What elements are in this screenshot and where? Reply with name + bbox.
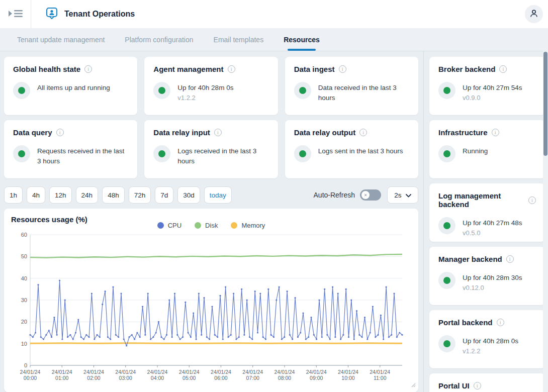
info-icon[interactable]: i — [499, 65, 507, 73]
svg-text:24/01/24: 24/01/24 — [338, 369, 358, 375]
status-dot-green — [443, 340, 450, 347]
time-range-30d[interactable]: 30d — [177, 186, 200, 204]
version-text: v0.9.0 — [463, 94, 522, 102]
svg-text:24/01/24: 24/01/24 — [242, 369, 263, 375]
legend-label: CPU — [168, 222, 181, 229]
card-title: Infrastructure — [438, 128, 488, 137]
status-indicator — [13, 145, 30, 162]
status-indicator — [13, 82, 30, 99]
status-dot-green — [158, 150, 165, 157]
status-card: Data ingest i Data received in the last … — [285, 57, 418, 115]
legend-item[interactable]: Memory — [231, 222, 265, 229]
card-title: Broker backend — [438, 65, 495, 73]
info-icon[interactable]: i — [359, 129, 367, 136]
svg-text:00:00: 00:00 — [24, 375, 37, 381]
status-dot-green — [299, 150, 306, 157]
time-range-12h[interactable]: 12h — [49, 186, 72, 204]
status-card: Agent management i Up for 40h 28m 0s v1.… — [144, 57, 278, 115]
chart-controls-row: 1h4h12h24h48h72h7d30dtoday Auto-Refresh … — [4, 186, 418, 204]
status-card: Global health state i All items up and r… — [4, 57, 137, 115]
status-text: Requests received in the last 3 hours — [37, 145, 128, 166]
time-range-7d[interactable]: 7d — [155, 186, 173, 204]
info-icon[interactable]: i — [84, 65, 92, 73]
resize-handle-icon[interactable] — [411, 380, 416, 389]
tab-tenant-update-management[interactable]: Tenant update management — [7, 28, 115, 51]
info-icon[interactable]: i — [56, 129, 64, 136]
chevron-down-icon — [406, 191, 411, 199]
info-icon[interactable]: i — [228, 65, 235, 73]
svg-text:50: 50 — [21, 253, 27, 259]
status-text: Up for 40h 28m 0s — [177, 82, 233, 93]
info-icon[interactable]: i — [497, 319, 504, 326]
app-header: Tenant Operations — [0, 0, 548, 28]
svg-text:02:00: 02:00 — [87, 375, 100, 381]
info-icon[interactable]: i — [492, 129, 499, 136]
info-icon[interactable]: i — [474, 382, 481, 389]
time-range-1h[interactable]: 1h — [4, 186, 23, 204]
time-range-48h[interactable]: 48h — [102, 186, 125, 204]
svg-text:10:00: 10:00 — [341, 375, 354, 381]
tab-email-templates[interactable]: Email templates — [204, 28, 274, 51]
page-scrollbar[interactable] — [543, 51, 548, 392]
info-icon[interactable]: i — [339, 65, 346, 73]
legend-dot — [231, 222, 237, 229]
scrollbar-thumb[interactable] — [543, 52, 547, 156]
svg-text:10: 10 — [21, 341, 27, 347]
resources-usage-card: Resources usage (%) CPU Disk Memory 0102… — [4, 209, 418, 392]
status-card: Infrastructure i Running — [429, 120, 545, 178]
content-area: Global health state i All items up and r… — [0, 51, 548, 392]
status-dot-green — [443, 222, 450, 229]
info-icon[interactable]: i — [214, 129, 222, 136]
status-dot-green — [18, 150, 25, 157]
version-text: v1.2.2 — [177, 94, 233, 102]
status-indicator — [438, 217, 455, 234]
status-dot-green — [443, 150, 450, 157]
legend-item[interactable]: CPU — [157, 222, 181, 229]
svg-text:20: 20 — [21, 319, 27, 325]
time-range-72h[interactable]: 72h — [129, 186, 151, 204]
card-title: Agent management — [153, 65, 223, 73]
time-range-4h[interactable]: 4h — [27, 186, 45, 204]
card-title: Data relay output — [294, 128, 356, 137]
card-title: Manager backend — [438, 255, 502, 263]
time-range-today[interactable]: today — [204, 186, 232, 204]
card-title: Portal UI — [438, 381, 470, 390]
refresh-interval-select[interactable]: 2s — [387, 186, 418, 204]
status-text: Up for 40h 27m 54s — [463, 82, 522, 93]
time-range-24h[interactable]: 24h — [76, 186, 99, 204]
info-icon[interactable]: i — [506, 255, 514, 263]
status-indicator — [153, 145, 170, 162]
svg-text:24/01/24: 24/01/24 — [306, 369, 327, 375]
svg-text:09:00: 09:00 — [310, 375, 323, 381]
legend-dot — [157, 222, 164, 229]
status-card: Portal backend i Up for 40h 28m 0s v1.2.… — [429, 310, 545, 368]
legend-item[interactable]: Disk — [195, 222, 218, 229]
auto-refresh-toggle[interactable]: ✕ — [360, 189, 381, 201]
svg-text:60: 60 — [21, 232, 27, 238]
user-avatar-button[interactable] — [525, 5, 543, 23]
resources-usage-chart[interactable]: 010203040506024/01/2400:0024/01/2401:002… — [11, 230, 405, 383]
tab-platform-configuration[interactable]: Platform configuration — [115, 28, 203, 51]
health-cards-grid: Global health state i All items up and r… — [4, 57, 418, 178]
collapse-sidebar-button[interactable] — [0, 0, 31, 28]
status-card: Broker backend i Up for 40h 27m 54s v0.9… — [429, 57, 545, 115]
svg-text:03:00: 03:00 — [119, 375, 132, 381]
status-text: Logs received in the last 3 hours — [177, 145, 268, 166]
svg-text:40: 40 — [21, 275, 27, 281]
card-title: Global health state — [13, 65, 80, 73]
svg-text:30: 30 — [21, 297, 27, 303]
main-column: Global health state i All items up and r… — [0, 51, 423, 392]
status-indicator — [438, 335, 455, 352]
status-card: Data query i Requests received in the la… — [4, 120, 137, 178]
svg-text:24/01/24: 24/01/24 — [275, 369, 295, 375]
status-card: Portal UI i — [429, 373, 545, 392]
status-text: Logs sent in the last 3 hours — [318, 145, 403, 156]
info-icon[interactable]: i — [528, 197, 536, 204]
status-card: Manager backend i Up for 40h 28m 30s v0.… — [429, 247, 545, 305]
card-title: Portal backend — [438, 318, 493, 327]
svg-text:24/01/24: 24/01/24 — [20, 369, 41, 375]
version-text: v0.5.0 — [463, 229, 522, 237]
card-title: Log management backend — [438, 191, 524, 209]
tab-resources[interactable]: Resources — [273, 28, 330, 51]
person-icon — [529, 9, 539, 20]
